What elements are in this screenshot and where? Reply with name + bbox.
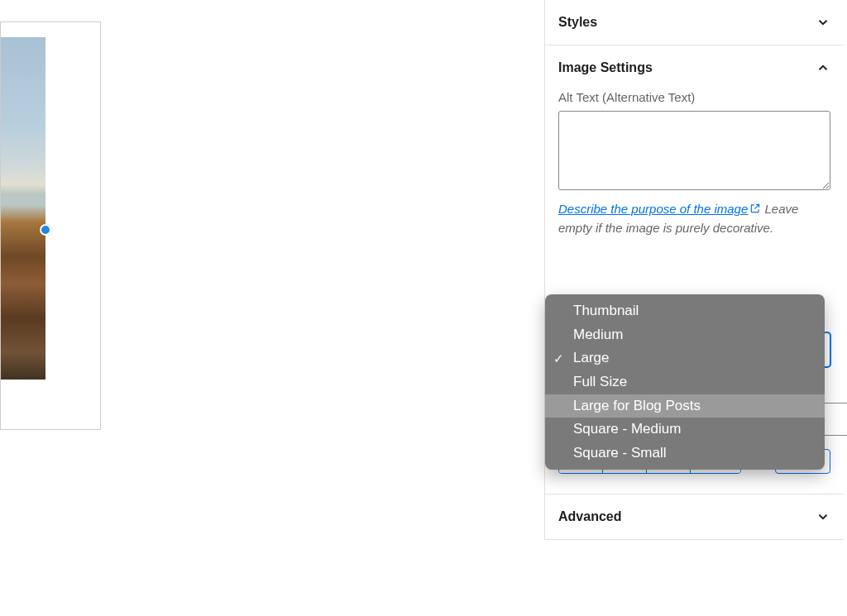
- size-option-square-medium[interactable]: Square - Medium: [545, 418, 825, 442]
- chevron-down-icon: [816, 509, 830, 524]
- check-icon: ✓: [553, 350, 564, 368]
- panel-advanced-header[interactable]: Advanced: [545, 494, 844, 539]
- alt-text-help: Describe the purpose of the image Leave …: [558, 200, 830, 237]
- panel-image-settings-body: Alt Text (Alternative Text) Describe the…: [545, 90, 844, 494]
- external-link-icon: [749, 201, 761, 212]
- image-block[interactable]: [1, 37, 45, 380]
- panel-styles: Styles: [545, 0, 844, 45]
- size-option-square-small[interactable]: Square - Small: [545, 442, 825, 466]
- alt-text-help-link[interactable]: Describe the purpose of the image: [558, 202, 761, 216]
- panel-styles-header[interactable]: Styles: [545, 0, 844, 45]
- size-option-large[interactable]: ✓ Large: [545, 346, 825, 370]
- size-option-full-size[interactable]: Full Size: [545, 370, 825, 394]
- size-option-medium[interactable]: Medium: [545, 323, 825, 347]
- alt-text-label: Alt Text (Alternative Text): [558, 90, 830, 104]
- panel-advanced: Advanced: [545, 494, 844, 540]
- editor-canvas[interactable]: [0, 21, 101, 430]
- image-size-dropdown: Thumbnail Medium ✓ Large Full Size Large…: [545, 294, 825, 470]
- chevron-up-icon: [816, 60, 830, 75]
- panel-advanced-title: Advanced: [558, 509, 621, 524]
- panel-styles-title: Styles: [558, 15, 597, 30]
- chevron-down-icon: [816, 15, 830, 30]
- resize-handle-right[interactable]: [40, 224, 51, 236]
- panel-image-settings-title: Image Settings: [558, 60, 653, 75]
- settings-sidebar: Styles Image Settings Alt Text (Alternat…: [544, 0, 844, 540]
- size-option-large-blog-posts[interactable]: Large for Blog Posts: [545, 394, 825, 418]
- panel-image-settings-header[interactable]: Image Settings: [545, 45, 844, 90]
- panel-image-settings: Image Settings Alt Text (Alternative Tex…: [545, 45, 844, 494]
- alt-text-input[interactable]: [558, 111, 830, 190]
- size-option-thumbnail[interactable]: Thumbnail: [545, 299, 825, 323]
